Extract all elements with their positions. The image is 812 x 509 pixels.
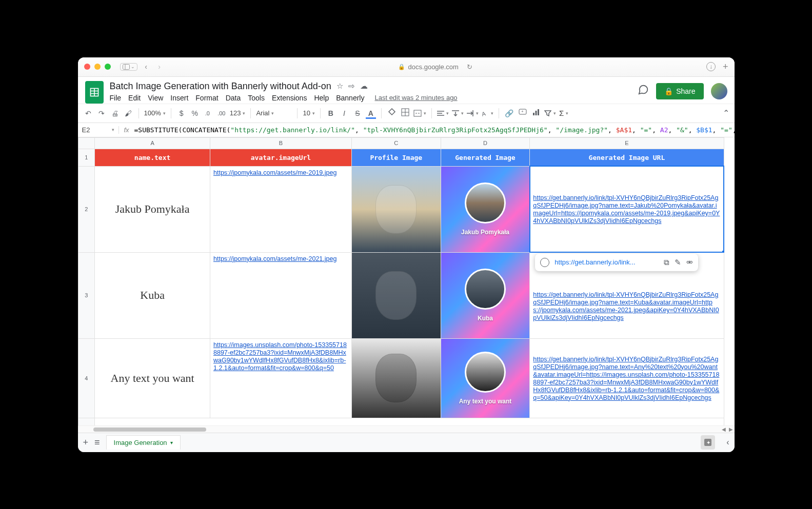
cell-A2[interactable]: Jakub Pomykała (95, 166, 210, 252)
row-header[interactable]: 3 (78, 252, 95, 338)
currency-button[interactable]: $ (176, 109, 187, 117)
print-button[interactable]: 🖨 (110, 109, 120, 117)
italic-button[interactable]: I (339, 109, 349, 117)
star-icon[interactable]: ☆ (336, 82, 343, 91)
undo-button[interactable]: ↶ (83, 109, 93, 117)
generated-url-link[interactable]: https://get.bannerly.io/link/tpl-XVHY6nQ… (533, 356, 719, 401)
avatar-url-link[interactable]: https://jpomykala.com/assets/me-2021.jpe… (213, 255, 336, 262)
cell-E1[interactable]: Generated Image URL (530, 149, 724, 166)
menu-bannerly[interactable]: Bannerly (336, 94, 364, 102)
sheet-tab-menu-icon[interactable]: ▾ (170, 440, 173, 445)
menu-file[interactable]: File (110, 94, 122, 102)
link-popup-url[interactable]: https://get.bannerly.io/link... (554, 258, 658, 266)
cell-D4[interactable]: Any text you want (441, 338, 530, 418)
name-box[interactable]: E2▾ (78, 126, 119, 134)
col-header-D[interactable]: D (441, 137, 530, 149)
cell-B3[interactable]: https://jpomykala.com/assets/me-2021.jpe… (210, 252, 352, 338)
menu-edit[interactable]: Edit (128, 94, 141, 102)
doc-title[interactable]: Batch Image Generation with Bannerly wit… (110, 81, 331, 92)
scrollbar-thumb[interactable] (93, 427, 206, 432)
all-sheets-button[interactable]: ≡ (94, 437, 100, 448)
wrap-button[interactable]: ▾ (467, 110, 479, 116)
bold-button[interactable]: B (326, 109, 336, 117)
new-tab-button[interactable]: + (723, 62, 728, 72)
fill-color-button[interactable] (387, 108, 397, 118)
functions-button[interactable]: Σ▾ (559, 109, 568, 117)
col-header-B[interactable]: B (210, 137, 352, 149)
redo-button[interactable]: ↷ (96, 109, 107, 117)
comments-icon[interactable] (638, 84, 649, 98)
cell-C4[interactable] (351, 338, 441, 418)
comment-button[interactable]: + (518, 109, 528, 117)
cell-D3[interactable]: Kuba (441, 252, 530, 338)
cell-B4[interactable]: https://images.unsplash.com/photo-153355… (210, 338, 352, 418)
menu-extensions[interactable]: Extensions (272, 94, 307, 102)
sidebar-toggle-button[interactable]: ⌄ (120, 63, 137, 71)
scroll-left-arrow[interactable]: ◀ (720, 426, 727, 433)
copy-link-icon[interactable]: ⧉ (664, 258, 669, 267)
cell-E2[interactable]: https://get.bannerly.io/link/tpl-XVHY6nQ… (530, 166, 724, 252)
toolbar-collapse-button[interactable]: ⌃ (723, 108, 729, 118)
menu-tools[interactable]: Tools (248, 94, 265, 102)
row-header[interactable]: 2 (78, 166, 95, 252)
downloads-icon[interactable]: ↓ (706, 62, 716, 71)
cell-D2[interactable]: Jakub Pomykała (441, 166, 530, 252)
formula-input[interactable]: =SUBSTITUTE(CONCATENATE("https://get.ban… (134, 126, 735, 134)
number-format-select[interactable]: 123▾ (230, 109, 246, 117)
align-h-button[interactable]: ▾ (437, 110, 449, 116)
address-bar[interactable]: 🔒 docs.google.com ↻ (168, 63, 702, 71)
align-v-button[interactable]: ▾ (452, 110, 464, 116)
cell-C1[interactable]: Profile Image (351, 149, 441, 166)
sheet-tab-active[interactable]: Image Generation ▾ (106, 435, 181, 450)
menu-format[interactable]: Format (195, 94, 218, 102)
horizontal-scrollbar[interactable]: ◀ ▶ (78, 425, 735, 433)
zoom-select[interactable]: 100%▾ (144, 109, 166, 117)
scroll-right-arrow[interactable]: ▶ (727, 426, 735, 433)
nav-back-button[interactable]: ‹ (142, 63, 151, 71)
explore-button[interactable]: ✦ (701, 435, 715, 450)
reload-icon[interactable]: ↻ (467, 63, 472, 71)
rotate-button[interactable]: A▾ (482, 110, 493, 116)
cell-C3[interactable] (351, 252, 441, 338)
avatar-url-link[interactable]: https://images.unsplash.com/photo-153355… (213, 341, 347, 372)
row-header[interactable]: 4 (78, 338, 95, 418)
font-select[interactable]: Arial▾ (256, 109, 292, 117)
minimize-window-button[interactable] (94, 64, 101, 70)
borders-button[interactable] (400, 108, 410, 118)
select-all-corner[interactable] (78, 137, 95, 149)
side-panel-toggle[interactable]: ‹ (726, 438, 729, 447)
generated-url-link[interactable]: https://get.bannerly.io/link/tpl-XVHY6nQ… (533, 291, 719, 321)
cell-C2[interactable] (351, 166, 441, 252)
share-button[interactable]: 🔒 Share (656, 83, 703, 99)
move-icon[interactable]: ⇨ (348, 82, 355, 91)
filter-button[interactable]: ▾ (544, 110, 556, 116)
edit-link-icon[interactable]: ✎ (675, 258, 681, 267)
font-size-select[interactable]: 10▾ (303, 109, 314, 117)
unlink-icon[interactable]: ⚮ (686, 258, 693, 267)
sheets-logo-icon[interactable] (85, 81, 104, 104)
menu-help[interactable]: Help (314, 94, 329, 102)
cell-B2[interactable]: https://jpomykala.com/assets/me-2019.jpe… (210, 166, 352, 252)
increase-decimal-button[interactable]: .00 (216, 110, 227, 116)
col-header-C[interactable]: C (351, 137, 441, 149)
close-window-button[interactable] (84, 64, 90, 70)
strikethrough-button[interactable]: S (352, 109, 363, 117)
maximize-window-button[interactable] (105, 64, 111, 70)
decrease-decimal-button[interactable]: .0 (203, 110, 213, 116)
cell-A3[interactable]: Kuba (95, 252, 210, 338)
percent-button[interactable]: % (190, 109, 200, 117)
cloud-status-icon[interactable]: ☁ (360, 82, 368, 91)
add-sheet-button[interactable]: + (83, 437, 89, 448)
merge-cells-button[interactable]: ▾ (413, 110, 426, 117)
empty-row[interactable] (95, 418, 724, 425)
chart-button[interactable] (531, 109, 541, 117)
account-avatar[interactable] (711, 83, 727, 99)
menu-insert[interactable]: Insert (170, 94, 188, 102)
row-header[interactable] (78, 418, 95, 425)
generated-url-link[interactable]: https://get.bannerly.io/link/tpl-XVHY6nQ… (533, 194, 720, 225)
cell-E3[interactable]: https://get.bannerly.io/link... ⧉ ✎ ⚮ ht… (530, 252, 724, 338)
col-header-A[interactable]: A (95, 137, 210, 149)
text-color-button[interactable]: A (366, 109, 376, 117)
avatar-url-link[interactable]: https://jpomykala.com/assets/me-2019.jpe… (213, 169, 336, 176)
cell-E4[interactable]: https://get.bannerly.io/link/tpl-XVHY6nQ… (530, 338, 724, 418)
